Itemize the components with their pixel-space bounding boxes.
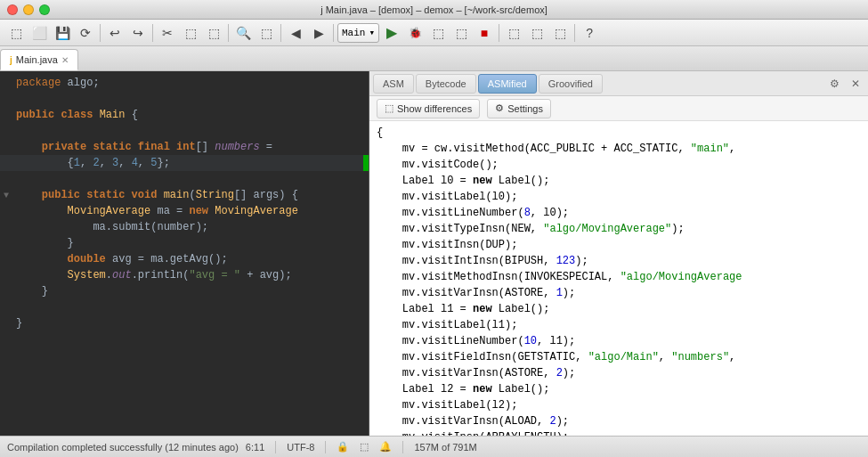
show-differences-label: Show differences <box>397 103 472 114</box>
toolbar-back-btn[interactable]: ◀ <box>285 22 306 44</box>
line-content-4 <box>12 123 369 139</box>
fold-gutter-8: ▼ <box>0 191 12 200</box>
toolbar-open-btn[interactable]: ⬜ <box>28 22 50 44</box>
toolbar-undo-btn[interactable]: ↩ <box>104 22 126 44</box>
line-content-9: MovingAverage ma = new MovingAverage <box>12 203 369 219</box>
toolbar-profile-btn[interactable]: ⬚ <box>450 22 472 44</box>
toolbar-stop-btn[interactable]: ■ <box>474 22 495 44</box>
code-line-10: ma.submit(number); <box>0 219 369 235</box>
asm-line-15: mv.visitFieldInsn(GETSTATIC, "algo/Main"… <box>377 349 861 365</box>
line-content-14: } <box>12 283 369 299</box>
minimize-button[interactable] <box>23 4 34 15</box>
toolbar-sep-7 <box>574 24 575 42</box>
run-button[interactable]: ▶ <box>381 22 402 44</box>
status-sep-1 <box>275 441 276 453</box>
asm-line-20: mv.visitInsn(ARRAYLENGTH); <box>377 429 861 436</box>
statusbar: Compilation completed successfully (12 m… <box>0 436 868 457</box>
line-content-2 <box>12 91 369 107</box>
toolbar-sep-6 <box>499 24 499 42</box>
run-config-label: Main <box>342 28 365 38</box>
line-content-5: private static final int[] numbers = <box>12 139 369 155</box>
code-line-4 <box>0 123 369 139</box>
git-icon: ⬚ <box>360 441 369 453</box>
toolbar-paste-btn[interactable]: ⬚ <box>203 22 224 44</box>
toolbar-hierarchy-btn[interactable]: ⬚ <box>549 22 571 44</box>
toolbar-copy-btn[interactable]: ⬚ <box>180 22 201 44</box>
toolbar-sep-3 <box>228 24 229 42</box>
asm-line-4: Label l0 = new Label(); <box>377 173 861 189</box>
asm-line-19: mv.visitVarInsn(ALOAD, 2); <box>377 413 861 429</box>
statusbar-right: 6:11 UTF-8 🔒 ⬚ 🔔 157M of 791M <box>246 441 477 453</box>
asm-tab-groovified-label: Groovified <box>548 78 593 89</box>
toolbar-sep-4 <box>280 24 281 42</box>
toolbar-coverage-btn[interactable]: ⬚ <box>427 22 449 44</box>
asm-close-icon[interactable]: ✕ <box>847 75 864 93</box>
toolbar-save-btn[interactable]: 💾 <box>52 22 73 44</box>
asm-line-10: mv.visitMethodInsn(INVOKESPECIAL, "algo/… <box>377 269 861 285</box>
settings-label: Settings <box>507 103 543 114</box>
code-editor-pane: package algo; public class Main { pr <box>0 71 369 436</box>
maximize-button[interactable] <box>39 4 50 15</box>
settings-button[interactable]: ⚙ Settings <box>487 99 551 118</box>
run-config-dropdown[interactable]: Main ▾ <box>337 23 379 43</box>
asm-code-area[interactable]: { mv = cw.visitMethod(ACC_PUBLIC + ACC_S… <box>369 121 868 436</box>
code-line-1: package algo; <box>0 75 369 91</box>
asm-tab-asm-label: ASM <box>383 78 404 89</box>
asm-settings-icon[interactable]: ⚙ <box>825 75 843 93</box>
code-line-3: public class Main { <box>0 107 369 123</box>
asm-tab-asm[interactable]: ASM <box>373 74 414 94</box>
toolbar-fwd-btn[interactable]: ▶ <box>308 22 329 44</box>
code-line-11: } <box>0 235 369 251</box>
line-content-10: ma.submit(number); <box>12 219 369 235</box>
tab-close-icon[interactable]: ✕ <box>61 55 69 65</box>
toolbar-find-btn[interactable]: 🔍 <box>232 22 254 44</box>
asm-line-12: Label l1 = new Label(); <box>377 301 861 317</box>
lock-icon: 🔒 <box>337 441 349 453</box>
tab-main-java[interactable]: j Main.java ✕ <box>0 49 78 70</box>
asm-line-2: mv = cw.visitMethod(ACC_PUBLIC + ACC_STA… <box>377 141 861 157</box>
asm-tabbar: ASM Bytecode ASMified Groovified ⚙ ✕ <box>369 71 868 96</box>
code-line-14: } <box>0 283 369 299</box>
asm-pane: ASM Bytecode ASMified Groovified ⚙ ✕ ⬚ S… <box>369 71 868 436</box>
line-content-3: public class Main { <box>12 107 369 123</box>
toolbar-sync-btn[interactable]: ⟳ <box>75 22 96 44</box>
change-marker <box>363 155 369 171</box>
code-area[interactable]: package algo; public class Main { pr <box>0 71 369 436</box>
close-button[interactable] <box>7 4 18 15</box>
asm-tab-actions: ⚙ ✕ <box>825 75 864 93</box>
toolbar-redo-btn[interactable]: ↪ <box>127 22 149 44</box>
asm-line-6: mv.visitLineNumber(8, l0); <box>377 205 861 221</box>
notification-icon: 🔔 <box>379 441 392 453</box>
asm-toolbar: ⬚ Show differences ⚙ Settings <box>369 96 868 121</box>
java-file-icon: j <box>10 55 12 65</box>
debug-button[interactable]: 🐞 <box>404 22 426 44</box>
line-content-6: {1, 2, 3, 4, 5}; <box>12 155 369 171</box>
toolbar-sep-1 <box>100 24 101 42</box>
asm-tab-asmified-label: ASMified <box>488 78 527 89</box>
show-differences-button[interactable]: ⬚ Show differences <box>377 99 480 118</box>
window-controls[interactable] <box>7 4 50 15</box>
asm-tab-asmified[interactable]: ASMified <box>478 74 537 94</box>
asm-line-13: mv.visitLabel(l1); <box>377 317 861 333</box>
asm-tab-bytecode-label: Bytecode <box>426 78 466 89</box>
asm-line-9: mv.visitIntInsn(BIPUSH, 123); <box>377 253 861 269</box>
line-content-13: System.out.println("avg = " + avg); <box>12 267 369 283</box>
code-line-16: } <box>0 315 369 331</box>
toolbar-help-btn[interactable]: ? <box>579 22 600 44</box>
asm-tab-bytecode[interactable]: Bytecode <box>416 74 476 94</box>
toolbar-structure-btn[interactable]: ⬚ <box>526 22 548 44</box>
toolbar-sdk-btn[interactable]: ⬚ <box>503 22 524 44</box>
toolbar-replace-btn[interactable]: ⬚ <box>256 22 277 44</box>
line-content-15 <box>12 299 369 315</box>
code-line-15 <box>0 299 369 315</box>
asm-line-5: mv.visitLabel(l0); <box>377 189 861 205</box>
toolbar-cut-btn[interactable]: ✂ <box>157 22 178 44</box>
asm-line-16: mv.visitVarInsn(ASTORE, 2); <box>377 365 861 381</box>
toolbar-new-btn[interactable]: ⬚ <box>5 22 27 44</box>
asm-tab-groovified[interactable]: Groovified <box>539 74 603 94</box>
asm-line-11: mv.visitVarInsn(ASTORE, 1); <box>377 285 861 301</box>
asm-line-14: mv.visitLineNumber(10, l1); <box>377 333 861 349</box>
line-content-7 <box>12 171 369 187</box>
cursor-position: 6:11 <box>246 442 264 453</box>
code-line-9: MovingAverage ma = new MovingAverage <box>0 203 369 219</box>
